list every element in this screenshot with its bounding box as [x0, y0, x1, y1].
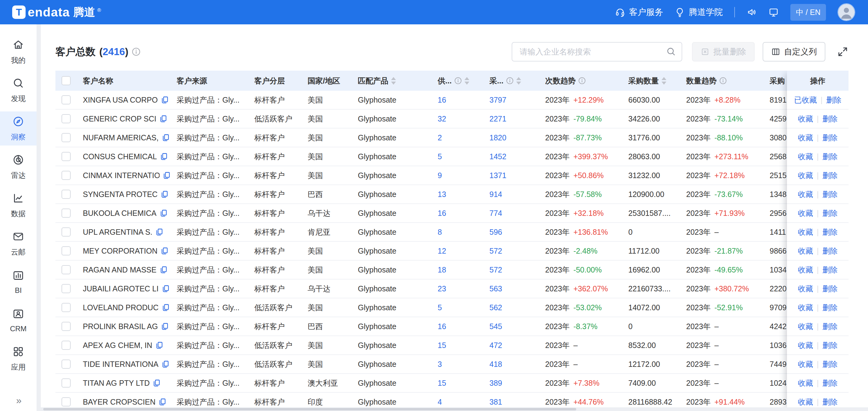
customer-name[interactable]: XINGFA USA CORPO [83, 96, 158, 104]
batch-delete-button[interactable]: 批量删除 [692, 42, 755, 62]
sort-icon[interactable] [464, 77, 469, 85]
customer-name[interactable]: APEX AG CHEM, IN [83, 341, 152, 350]
console-icon[interactable] [768, 7, 779, 18]
delete-link[interactable]: 删除 [822, 189, 838, 199]
row-checkbox[interactable] [62, 114, 71, 123]
row-checkbox[interactable] [62, 284, 71, 293]
delete-link[interactable]: 删除 [822, 321, 838, 331]
row-checkbox[interactable] [62, 246, 71, 255]
purchase-count-link[interactable]: 914 [490, 190, 502, 199]
customer-name[interactable]: UPL ARGENTINA S. [83, 228, 152, 236]
customer-service-link[interactable]: 客户服务 [615, 6, 663, 18]
supplier-count-link[interactable]: 5 [438, 303, 442, 312]
favorite-link[interactable]: 收藏 [798, 265, 813, 275]
info-icon[interactable] [506, 77, 514, 84]
supplier-count-link[interactable]: 23 [438, 284, 446, 293]
row-checkbox[interactable] [62, 171, 71, 180]
row-checkbox[interactable] [62, 341, 71, 350]
supplier-count-link[interactable]: 12 [438, 247, 446, 255]
delete-link[interactable]: 删除 [822, 170, 838, 181]
sidebar-item-bi[interactable]: BI [0, 265, 36, 299]
copy-icon[interactable] [160, 153, 168, 160]
favorite-link[interactable]: 收藏 [798, 208, 813, 218]
supplier-count-link[interactable]: 3 [438, 360, 442, 369]
favorite-link[interactable]: 收藏 [798, 397, 813, 407]
purchase-count-link[interactable]: 596 [490, 228, 502, 236]
customer-name[interactable]: GENERIC CROP SCI [83, 115, 156, 123]
copy-icon[interactable] [161, 322, 169, 330]
customer-name[interactable]: BUKOOLA CHEMICA [83, 209, 157, 218]
info-icon[interactable] [578, 77, 586, 84]
info-icon[interactable] [455, 77, 462, 84]
customer-name[interactable]: RAGAN AND MASSE [83, 265, 157, 274]
copy-icon[interactable] [159, 115, 167, 123]
copy-icon[interactable] [160, 190, 168, 198]
customer-name[interactable]: LOVELAND PRODUC [83, 303, 159, 312]
supplier-count-link[interactable]: 13 [438, 190, 446, 199]
row-checkbox[interactable] [62, 265, 71, 274]
sidebar-item-data[interactable]: 数据 [0, 188, 36, 222]
copy-icon[interactable] [161, 360, 169, 368]
sidebar-item-discover[interactable]: 发现 [0, 73, 36, 107]
language-toggle[interactable]: 中 / EN [790, 4, 826, 21]
copy-icon[interactable] [155, 228, 163, 236]
customer-name[interactable]: CONSUS CHEMICAL [83, 152, 157, 161]
supplier-count-link[interactable]: 16 [438, 209, 446, 218]
purchase-count-link[interactable]: 472 [490, 341, 502, 350]
favorite-link[interactable]: 收藏 [798, 321, 813, 331]
copy-icon[interactable] [153, 379, 160, 387]
purchase-count-link[interactable]: 774 [490, 209, 502, 218]
customer-name[interactable]: PROLINK BRASIL AG [83, 322, 158, 331]
favorite-link[interactable]: 已收藏 [794, 95, 817, 105]
purchase-count-link[interactable]: 1820 [490, 133, 506, 142]
supplier-count-link[interactable]: 18 [438, 265, 446, 274]
row-checkbox[interactable] [62, 303, 71, 312]
delete-link[interactable]: 删除 [822, 114, 838, 124]
favorite-link[interactable]: 收藏 [798, 303, 813, 313]
row-checkbox[interactable] [62, 397, 71, 406]
copy-icon[interactable] [163, 171, 170, 179]
supplier-count-link[interactable]: 5 [438, 152, 442, 161]
row-checkbox[interactable] [62, 95, 71, 104]
sidebar-item-apps[interactable]: 应用 [0, 342, 36, 376]
delete-link[interactable]: 删除 [822, 246, 838, 256]
delete-link[interactable]: 删除 [822, 359, 838, 369]
favorite-link[interactable]: 收藏 [798, 133, 813, 143]
purchase-count-link[interactable]: 572 [490, 265, 502, 274]
delete-link[interactable]: 删除 [822, 397, 838, 407]
supplier-count-link[interactable]: 4 [438, 398, 442, 406]
delete-link[interactable]: 删除 [822, 133, 838, 143]
sidebar-collapse-toggle[interactable]: » [0, 395, 36, 406]
row-checkbox[interactable] [62, 190, 71, 199]
delete-link[interactable]: 删除 [826, 95, 841, 105]
academy-link[interactable]: 腾道学院 [675, 6, 723, 18]
column-header-purchase-count[interactable]: 采... [483, 71, 539, 91]
copy-icon[interactable] [162, 134, 169, 141]
horizontal-scrollbar[interactable] [41, 407, 868, 411]
info-icon[interactable] [132, 48, 141, 56]
supplier-count-link[interactable]: 2 [438, 133, 442, 142]
purchase-count-link[interactable]: 545 [490, 322, 502, 331]
supplier-count-link[interactable]: 9 [438, 171, 442, 180]
delete-link[interactable]: 删除 [822, 303, 838, 313]
customer-name[interactable]: TITAN AG PTY LTD [83, 379, 150, 387]
purchase-count-link[interactable]: 3797 [490, 96, 506, 104]
copy-icon[interactable] [162, 285, 169, 292]
sidebar-item-radar[interactable]: 雷达 [0, 150, 36, 184]
delete-link[interactable]: 删除 [822, 284, 838, 294]
delete-link[interactable]: 删除 [822, 378, 838, 388]
copy-icon[interactable] [155, 341, 163, 349]
supplier-count-link[interactable]: 16 [438, 96, 446, 104]
copy-icon[interactable] [160, 247, 168, 255]
supplier-count-link[interactable]: 32 [438, 115, 446, 123]
delete-link[interactable]: 删除 [822, 208, 838, 218]
search-input[interactable] [512, 42, 682, 62]
purchase-count-link[interactable]: 1452 [490, 152, 506, 161]
supplier-count-link[interactable]: 15 [438, 379, 446, 387]
customer-name[interactable]: CINMAX INTERNATIO [83, 171, 160, 180]
announcement-icon[interactable] [746, 7, 757, 18]
row-checkbox[interactable] [62, 227, 71, 236]
info-icon[interactable] [719, 77, 727, 84]
customer-name[interactable]: MEY CORPORATION [83, 247, 157, 255]
fullscreen-icon[interactable] [837, 46, 848, 58]
